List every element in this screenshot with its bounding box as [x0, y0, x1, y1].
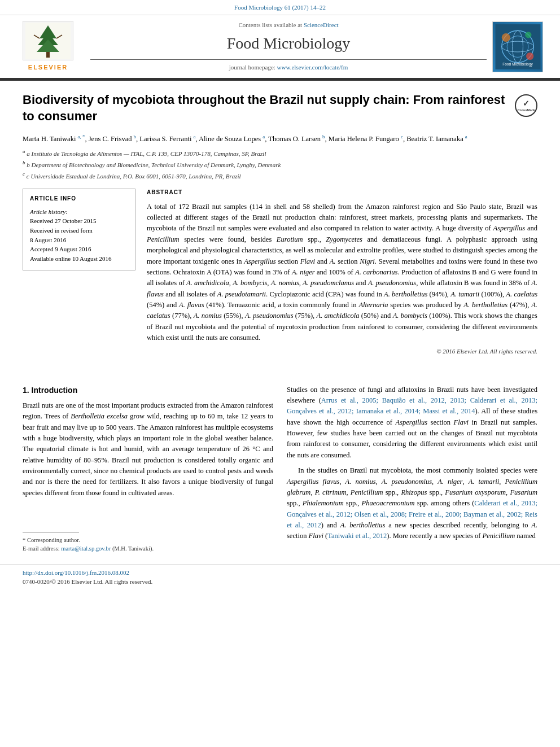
copyright-line: © 2016 Elsevier Ltd. All rights reserved…	[147, 347, 537, 356]
svg-point-12	[501, 33, 510, 42]
homepage-link[interactable]: www.elsevier.com/locate/fm	[277, 64, 348, 71]
available-online-date: Available online 10 August 2016	[30, 255, 128, 264]
body-content: 1. Introduction Brazil nuts are one of t…	[0, 385, 560, 565]
affiliation-b: b b Department of Biotechnology and Biom…	[23, 159, 537, 169]
received-revised-date: 8 August 2016	[30, 236, 128, 245]
affiliation-c: c c Universidade Estadual de Londrina, P…	[23, 171, 537, 181]
introduction-right-column: Studies on the presence of fungi and afl…	[287, 385, 537, 553]
introduction-left-column: 1. Introduction Brazil nuts are one of t…	[23, 385, 273, 553]
publisher-logo-area: ELSEVIER	[11, 21, 85, 72]
article-info-column: ARTICLE INFO Article history: Received 2…	[23, 189, 135, 361]
article-info-abstract-row: ARTICLE INFO Article history: Received 2…	[23, 189, 537, 361]
footnote-divider	[23, 532, 79, 533]
svg-point-13	[525, 32, 531, 38]
article-info-title: ARTICLE INFO	[30, 195, 128, 203]
footnote-section: * Corresponding author. E-mail address: …	[23, 532, 273, 553]
journal-cover-area: Food Microbiology	[492, 21, 549, 72]
introduction-body: Brazil nuts are one of the most importan…	[23, 400, 273, 499]
journal-title-area: Contents lists available at ScienceDirec…	[90, 21, 487, 72]
abstract-column: ABSTRACT A total of 172 Brazil nut sampl…	[147, 189, 537, 361]
abstract-section: ABSTRACT A total of 172 Brazil nut sampl…	[147, 189, 537, 356]
authors-line: Marta H. Taniwaki a, *, Jens C. Frisvad …	[23, 133, 537, 145]
introduction-right-text: Studies on the presence of fungi and afl…	[287, 385, 537, 542]
journal-reference-text: Food Microbiology 61 (2017) 14–22	[234, 4, 326, 11]
svg-text:Food Microbiology: Food Microbiology	[502, 62, 533, 67]
crossmark-badge[interactable]: ✓ CrossMark	[515, 94, 537, 117]
received-date: Received 27 October 2015	[30, 217, 128, 226]
ref-link-taniwaki[interactable]: Taniwaki et al., 2012	[327, 532, 387, 540]
introduction-section: 1. Introduction Brazil nuts are one of t…	[23, 385, 273, 499]
article-footer: http://dx.doi.org/10.1016/j.fm.2016.08.0…	[0, 565, 560, 592]
received-revised-label: Received in revised form	[30, 226, 128, 235]
homepage-line: journal homepage: www.elsevier.com/locat…	[90, 63, 487, 72]
issn-line: 0740-0020/© 2016 Elsevier Ltd. All right…	[23, 578, 537, 587]
author-email-link[interactable]: marta@ital.sp.gov.br	[61, 545, 111, 552]
elsevier-wordmark: ELSEVIER	[28, 63, 68, 72]
journal-cover-image: Food Microbiology	[492, 21, 543, 72]
ref-link-arrus[interactable]: Arrus et al., 2005; Baquião et al., 2012…	[287, 396, 537, 415]
article-title-row: Biodiversity of mycobiota throughout the…	[23, 92, 537, 124]
doi-line: http://dx.doi.org/10.1016/j.fm.2016.08.0…	[23, 569, 537, 578]
abstract-text: A total of 172 Brazil nut samples (114 i…	[147, 202, 537, 344]
journal-title: Food Microbiology	[90, 32, 487, 55]
introduction-heading: 1. Introduction	[23, 385, 273, 396]
svg-point-14	[526, 53, 533, 60]
journal-reference-bar: Food Microbiology 61 (2017) 14–22	[0, 0, 560, 15]
article-info-box: ARTICLE INFO Article history: Received 2…	[23, 189, 135, 270]
article-header-section: Biodiversity of mycobiota throughout the…	[0, 81, 560, 384]
affiliations-block: a a Instituto de Tecnologia de Alimentos…	[23, 148, 537, 181]
sciencedirect-line: Contents lists available at ScienceDirec…	[90, 21, 487, 30]
abstract-title: ABSTRACT	[147, 189, 537, 197]
doi-link[interactable]: http://dx.doi.org/10.1016/j.fm.2016.08.0…	[23, 569, 129, 576]
elsevier-logo: ELSEVIER	[23, 21, 73, 72]
accepted-date: Accepted 9 August 2016	[30, 245, 128, 254]
article-title: Biodiversity of mycobiota throughout the…	[23, 92, 509, 124]
journal-header: ELSEVIER Contents lists available at Sci…	[0, 15, 560, 79]
corresponding-author-note: * Corresponding author. E-mail address: …	[23, 536, 273, 553]
affiliation-a: a a Instituto de Tecnologia de Alimentos…	[23, 148, 537, 158]
sciencedirect-link[interactable]: ScienceDirect	[304, 21, 339, 28]
article-history-label: Article history:	[30, 208, 128, 217]
elsevier-tree-image	[23, 21, 73, 60]
